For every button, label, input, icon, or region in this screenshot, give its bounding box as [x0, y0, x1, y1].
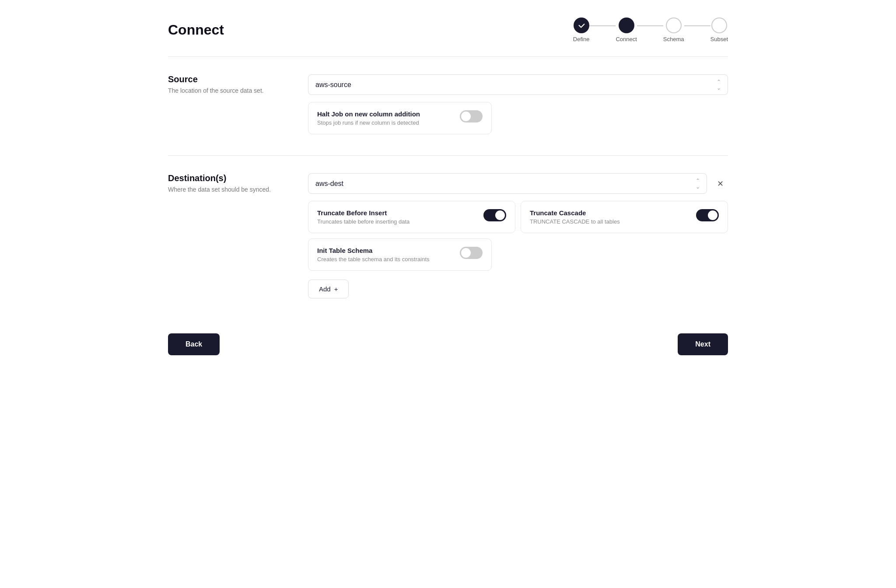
- halt-job-slider: [460, 110, 483, 122]
- step-circle-subset: [711, 18, 727, 33]
- source-description: The location of the source data set.: [168, 87, 282, 94]
- source-label-area: Source The location of the source data s…: [168, 74, 282, 134]
- remove-dest-1-button[interactable]: ✕: [712, 176, 728, 192]
- step-circle-connect: [619, 18, 634, 33]
- halt-job-card: Halt Job on new column addition Stops jo…: [308, 102, 492, 134]
- destinations-section: Destination(s) Where the data set should…: [168, 173, 728, 298]
- truncate-cascade-slider: [696, 209, 719, 221]
- dest-select-wrapper-1: aws-dest gcp-dest azure-dest ⌃⌄: [308, 173, 707, 194]
- connector-3: [684, 25, 710, 26]
- connector-1: [589, 25, 616, 26]
- truncate-before-insert-description: Truncates table before inserting data: [317, 218, 410, 225]
- page-container: Connect Define Connect: [142, 0, 754, 373]
- checkmark-icon: [578, 21, 585, 29]
- truncate-cascade-description: TRUNCATE CASCADE to all tables: [530, 218, 620, 225]
- destinations-content: aws-dest gcp-dest azure-dest ⌃⌄ ✕ Trunca…: [308, 173, 728, 298]
- destinations-description: Where the data set should be synced.: [168, 186, 282, 193]
- init-table-schema-slider: [460, 247, 483, 259]
- destinations-label-area: Destination(s) Where the data set should…: [168, 173, 282, 298]
- init-table-schema-description: Creates the table schema and its constra…: [317, 256, 430, 262]
- truncate-cascade-label: Truncate Cascade: [530, 209, 620, 217]
- destinations-title: Destination(s): [168, 173, 282, 183]
- halt-job-text: Halt Job on new column addition Stops jo…: [317, 110, 420, 126]
- init-table-schema-card: Init Table Schema Creates the table sche…: [308, 238, 492, 271]
- footer: Back Next: [168, 325, 728, 355]
- halt-job-label: Halt Job on new column addition: [317, 110, 420, 118]
- step-label-define: Define: [573, 36, 590, 42]
- step-schema: Schema: [663, 18, 684, 42]
- source-content: aws-source gcp-source azure-source ⌃⌄ Ha…: [308, 74, 728, 134]
- add-button-label: Add: [319, 285, 331, 293]
- step-label-connect: Connect: [616, 36, 637, 42]
- truncate-before-insert-slider: [483, 209, 506, 221]
- dest-options-grid-1: Truncate Before Insert Truncates table b…: [308, 201, 728, 271]
- truncate-cascade-text: Truncate Cascade TRUNCATE CASCADE to all…: [530, 209, 620, 225]
- truncate-before-insert-text: Truncate Before Insert Truncates table b…: [317, 209, 410, 225]
- truncate-before-insert-label: Truncate Before Insert: [317, 209, 410, 217]
- source-section: Source The location of the source data s…: [168, 74, 728, 134]
- destination-row-1: aws-dest gcp-dest azure-dest ⌃⌄ ✕: [308, 173, 728, 194]
- add-icon: +: [334, 285, 338, 293]
- back-button[interactable]: Back: [168, 333, 220, 355]
- section-divider: [168, 155, 728, 156]
- step-subset: Subset: [710, 18, 728, 42]
- truncate-before-insert-toggle[interactable]: [483, 209, 506, 221]
- next-button[interactable]: Next: [678, 333, 728, 355]
- source-select[interactable]: aws-source gcp-source azure-source: [308, 74, 728, 95]
- add-destination-button[interactable]: Add +: [308, 280, 349, 298]
- step-connect: Connect: [616, 18, 637, 42]
- truncate-cascade-toggle[interactable]: [696, 209, 719, 221]
- step-circle-define: [574, 18, 589, 33]
- header-divider: [168, 56, 728, 57]
- step-label-subset: Subset: [710, 36, 728, 42]
- truncate-before-insert-card: Truncate Before Insert Truncates table b…: [308, 201, 515, 233]
- dest-select-1[interactable]: aws-dest gcp-dest azure-dest: [308, 173, 707, 194]
- step-define: Define: [573, 18, 590, 42]
- header: Connect Define Connect: [168, 18, 728, 42]
- connector-2: [637, 25, 663, 26]
- halt-job-description: Stops job runs if new column is detected: [317, 119, 420, 126]
- step-circle-schema: [666, 18, 682, 33]
- halt-job-toggle[interactable]: [460, 110, 483, 122]
- source-select-wrapper: aws-source gcp-source azure-source ⌃⌄: [308, 74, 728, 95]
- init-table-schema-text: Init Table Schema Creates the table sche…: [317, 247, 430, 262]
- truncate-cascade-card: Truncate Cascade TRUNCATE CASCADE to all…: [521, 201, 728, 233]
- stepper: Define Connect Schema Subset: [573, 18, 728, 42]
- page-title: Connect: [168, 22, 224, 38]
- init-table-schema-toggle[interactable]: [460, 247, 483, 259]
- init-table-schema-label: Init Table Schema: [317, 247, 430, 254]
- step-label-schema: Schema: [663, 36, 684, 42]
- source-title: Source: [168, 74, 282, 84]
